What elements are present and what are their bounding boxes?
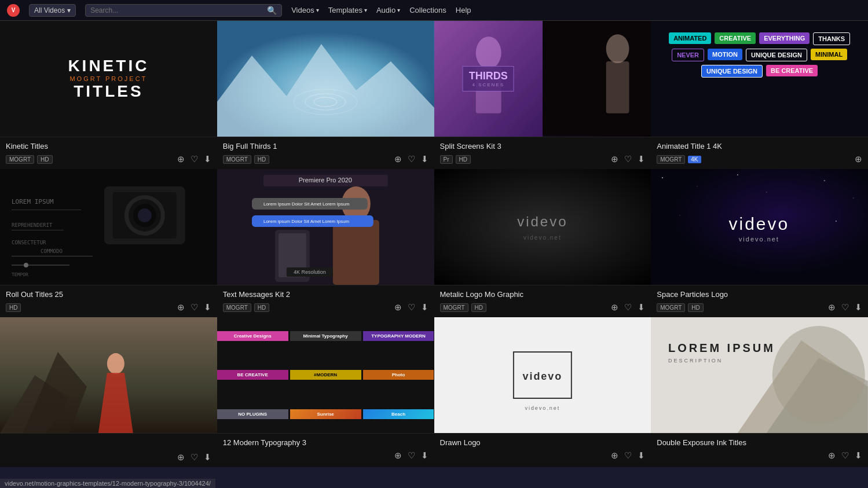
tag-mogrt: MOGRT [657,303,685,312]
card-modern-typography[interactable]: Creative Designs Minimal Typography TYPO… [217,317,434,467]
tag-4k: 4K [688,156,701,163]
download-button[interactable]: ⬇ [638,154,645,164]
add-to-collection-button[interactable]: ⊕ [611,154,618,164]
nav-collections[interactable]: Collections [409,6,446,14]
svg-rect-20 [12,230,64,230]
download-button[interactable]: ⬇ [204,452,211,463]
favorite-button[interactable]: ♡ [624,154,632,164]
navbar: V All Videos ▾ 🔍 Videos ▾ Templates ▾ Au… [0,0,868,21]
card-kinetic-titles[interactable]: KINETIC MOGRT PROJECT TITLES Kinetic Tit… [0,21,217,169]
anim-badge-animated: ANIMATED [669,32,711,44]
card-roll-out-titles[interactable]: LOREM IPSUM REPREHENDERIT CONSECTETUR CO… [0,169,217,317]
favorite-button[interactable]: ♡ [841,450,849,461]
typo-cell-beach: Beach [363,409,434,419]
kinetic-title-line1: KINETIC [68,57,149,75]
search-input[interactable] [90,6,267,14]
nav-templates[interactable]: Templates ▾ [328,6,367,14]
kinetic-title-line3: TITLES [68,82,149,101]
nav-help-label: Help [456,6,471,14]
favorite-button[interactable]: ♡ [841,302,849,313]
svg-point-44 [737,174,738,175]
download-button[interactable]: ⬇ [204,154,211,164]
add-to-collection-button[interactable]: ⊕ [611,450,618,461]
add-to-collection-button[interactable]: ⊕ [828,302,836,313]
tag-mogrt: MOGRT [657,155,685,164]
card-text-messages[interactable]: Premiere Pro 2020 Lorem Ipsum Dolor Sit … [217,169,434,317]
typo-cell-no-plugins: NO PLUGINS [217,409,288,419]
chevron-down-icon: ▾ [397,7,400,13]
card-space-particles[interactable]: videvo videvo.net Space Particles Logo M… [651,169,868,317]
favorite-button[interactable]: ♡ [408,154,415,164]
svg-point-49 [836,221,837,222]
metalic-logo-text: videvo [517,214,567,230]
card-animated-title[interactable]: ANIMATED CREATIVE EVERYTHING THANKS NEVE… [651,21,868,169]
download-button[interactable]: ⬇ [421,450,428,461]
nav-videos-label: Videos [291,6,314,14]
svg-rect-24 [12,265,69,266]
card-double-exposure[interactable]: LOREM IPSUM DESCRIPTION Double Exposure … [651,317,868,467]
add-to-collection-button[interactable]: ⊕ [394,154,402,164]
download-button[interactable]: ⬇ [855,302,862,313]
card-metalic-logo[interactable]: videvo videvo.net Metalic Logo Mo Graphi… [434,169,651,317]
download-button[interactable]: ⬇ [204,302,211,313]
add-to-collection-button[interactable]: ⊕ [611,302,618,313]
download-button[interactable]: ⬇ [638,450,645,461]
favorite-button[interactable]: ♡ [191,154,198,164]
download-button[interactable]: ⬇ [421,302,428,313]
typo-cell-minimal: Minimal Typography [290,331,361,341]
anim-badge-be-creative: BE CREATIVE [766,65,818,76]
card-big-full-thirds[interactable]: Big Full Thirds 1 MOGRT HD ⊕ ♡ ⬇ [217,21,434,169]
svg-text:CONSECTETUR: CONSECTETUR [12,240,46,245]
card-split-screens[interactable]: THIRDS 4 SCENES Split Screens Kit 3 [434,21,651,169]
favorite-button[interactable]: ♡ [408,450,415,461]
svg-rect-23 [12,256,93,256]
svg-point-47 [854,198,854,199]
add-to-collection-button[interactable]: ⊕ [177,452,185,463]
nav-templates-label: Templates [328,6,362,14]
tag-hd: HD [37,155,52,164]
anim-badge-unique-design2: UNIQUE DESIGN [701,65,763,78]
nav-videos[interactable]: Videos ▾ [291,6,319,14]
add-to-collection-button[interactable]: ⊕ [394,450,402,461]
video-type-filter[interactable]: All Videos ▾ [29,4,76,17]
download-button[interactable]: ⬇ [855,450,862,461]
card-drawn-logo[interactable]: videvo videvo.net Drawn Logo ⊕ ♡ ⬇ [434,317,651,467]
download-button[interactable]: ⬇ [638,302,645,313]
add-to-collection-button[interactable]: ⊕ [177,302,185,313]
svg-point-25 [24,263,28,267]
tag-hd: HD [456,155,471,164]
tag-mogrt: MOGRT [223,303,251,312]
svg-point-43 [697,186,698,187]
nav-audio[interactable]: Audio ▾ [376,6,400,14]
svg-text:Lorem ipsum Dolor Sit Amet Lor: Lorem ipsum Dolor Sit Amet Lorem Ipsum [263,219,350,224]
add-to-collection-button[interactable]: ⊕ [828,450,836,461]
nav-audio-label: Audio [376,6,395,14]
svg-text:videvo.net: videvo.net [525,405,560,411]
anim-badge-minimal: MINIMAL [811,49,847,60]
svg-text:4K Resolution: 4K Resolution [294,269,326,275]
nav-help[interactable]: Help [456,6,471,14]
add-to-collection-button[interactable]: ⊕ [177,154,185,164]
svg-point-42 [662,177,663,178]
anim-badge-thanks: THANKS [813,32,850,45]
card-title: Split Screens Kit 3 [440,142,646,151]
anim-badge-never: NEVER [672,49,704,61]
favorite-button[interactable]: ♡ [191,302,198,313]
favorite-button[interactable]: ♡ [191,452,198,463]
add-to-collection-button[interactable]: ⊕ [855,154,862,164]
svg-text:REPREHENDERIT: REPREHENDERIT [12,222,53,228]
card-street-video[interactable]: ⊕ ♡ ⬇ [0,317,217,467]
chevron-down-icon: ▾ [67,6,71,14]
favorite-button[interactable]: ♡ [624,302,632,313]
thirds-badge-label: THIRDS [469,70,508,82]
svg-rect-8 [543,21,651,135]
add-to-collection-button[interactable]: ⊕ [394,302,402,313]
download-button[interactable]: ⬇ [421,154,428,164]
favorite-button[interactable]: ♡ [624,450,632,461]
tag-hd: HD [254,303,269,312]
card-title: Metalic Logo Mo Graphic [440,290,646,299]
svg-rect-18 [12,210,81,210]
svg-text:LOREM IPSUM: LOREM IPSUM [668,342,775,354]
favorite-button[interactable]: ♡ [408,302,415,313]
search-bar: 🔍 [85,4,282,17]
